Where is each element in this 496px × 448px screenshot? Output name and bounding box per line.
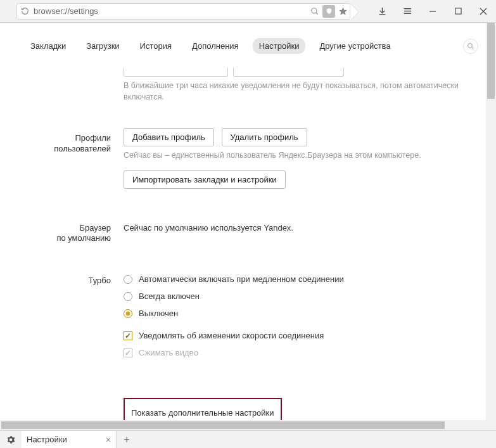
nav-tab-history[interactable]: История [134,38,178,54]
svg-rect-8 [455,8,461,14]
nav-tab-downloads[interactable]: Загрузки [80,38,125,54]
address-bar-arrow [350,4,359,20]
nav-tab-addons[interactable]: Дополнения [186,38,245,54]
maximize-button[interactable] [445,0,471,23]
profiles-desc: Сейчас вы – единственный пользователь Ян… [124,150,481,162]
search-icon[interactable] [308,3,322,20]
tab-strip: Настройки × + [0,430,496,448]
menu-icon[interactable] [395,0,420,23]
checkbox-icon [124,349,132,357]
svg-line-1 [316,12,318,14]
scrollbar-thumb[interactable] [1,421,445,429]
scroll-corner [486,420,496,430]
browser-tab-settings[interactable]: Настройки × [22,431,117,448]
shield-icon[interactable] [322,3,336,20]
profiles-label: Профили пользователей [0,128,124,189]
add-profile-button[interactable]: Добавить профиль [124,128,214,146]
show-advanced-link[interactable]: Показать дополнительные настройки [131,404,274,420]
turbo-option-auto[interactable]: Автоматически включать при медленном сое… [124,271,481,288]
checkbox-icon [124,331,132,340]
horizontal-scrollbar[interactable] [0,420,486,430]
radio-icon [124,309,132,318]
radio-icon [124,275,132,284]
tab-title: Настройки [27,435,67,444]
turbo-label: Турбо [0,271,124,361]
svg-point-0 [312,8,317,13]
svg-line-12 [472,47,474,49]
address-bar[interactable] [16,3,350,20]
svg-point-11 [468,43,473,48]
settings-search-icon[interactable] [463,39,478,54]
truncated-buttons [124,68,481,77]
reload-icon[interactable] [17,7,32,15]
svg-marker-2 [339,7,347,15]
close-tab-icon[interactable]: × [106,435,111,445]
radio-icon [124,292,132,301]
turbo-option-always[interactable]: Всегда включен [124,288,481,305]
turbo-compress-checkbox: Сжимать видео [124,344,481,361]
scrollbar-thumb[interactable] [487,23,495,99]
advanced-highlight: Показать дополнительные настройки [124,398,282,420]
gear-icon[interactable] [0,431,22,448]
vertical-scrollbar[interactable] [486,23,496,420]
turbo-notify-checkbox[interactable]: Уведомлять об изменении скорости соедине… [124,327,481,344]
notifications-desc: В ближайшие три часа никакие уведомления… [124,80,481,103]
turbo-option-off[interactable]: Выключен [124,305,481,322]
window-titlebar [0,0,496,23]
settings-page: Закладки Загрузки История Дополнения Нас… [0,23,486,420]
close-button[interactable] [471,0,496,23]
url-input[interactable] [32,6,308,16]
new-tab-button[interactable]: + [117,431,137,448]
downloads-icon[interactable] [369,0,395,23]
import-button[interactable]: Импортировать закладки и настройки [124,170,286,189]
nav-tab-bookmarks[interactable]: Закладки [24,38,72,54]
delete-profile-button[interactable]: Удалить профиль [222,128,307,146]
default-browser-text: Сейчас по умолчанию используется Yandex. [124,218,481,234]
minimize-button[interactable] [420,0,445,23]
default-browser-label: Браузер по умолчанию [0,218,124,245]
settings-nav: Закладки Загрузки История Дополнения Нас… [0,23,486,64]
star-icon[interactable] [336,3,350,20]
nav-tab-devices[interactable]: Другие устройства [313,38,397,54]
nav-tab-settings[interactable]: Настройки [253,38,306,54]
